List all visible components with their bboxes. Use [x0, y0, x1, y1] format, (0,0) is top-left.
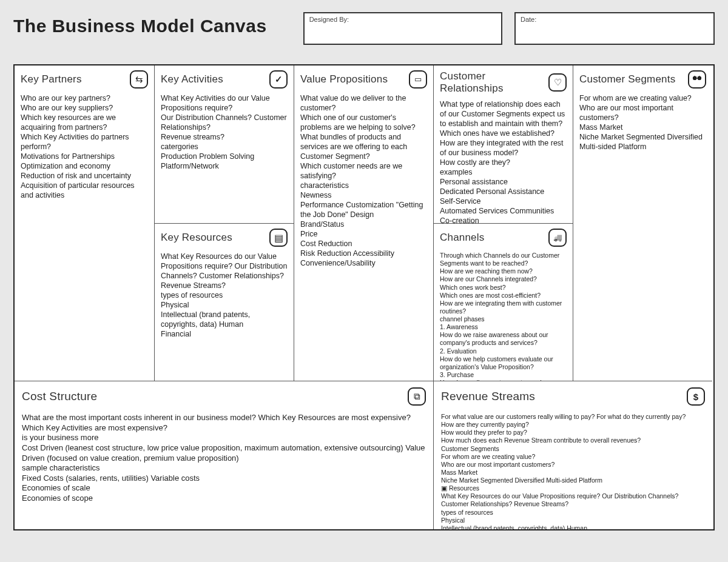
section-revenue-streams: Revenue Streams For what value are our c…: [433, 381, 712, 529]
section-key-resources: Key Resources What Key Resources do our …: [154, 223, 294, 381]
section-title: Key Resources: [161, 232, 232, 244]
section-title: Key Partners: [21, 73, 82, 85]
people-icon: [688, 70, 706, 89]
section-customer-relationships: Customer Relationships What type of rela…: [433, 65, 573, 223]
section-body: What are the most important costs inhere…: [15, 409, 433, 529]
section-channels: Channels Through which Channels do our C…: [433, 223, 573, 381]
date-label: Date:: [521, 16, 536, 23]
section-value-propositions: Value Propositions What value do we deli…: [294, 65, 433, 381]
canvas-grid: Key Partners Who are our key partners?Wh…: [13, 64, 715, 530]
designed-by-label: Designed By:: [309, 16, 349, 23]
tag-icon: [408, 387, 426, 406]
section-cost-structure: Cost Structure What are the most importa…: [15, 381, 433, 529]
section-body: What value do we deliver to the customer…: [294, 91, 433, 381]
section-body: For what value are our customers really …: [434, 409, 712, 529]
heart-icon: [548, 73, 567, 92]
section-key-activities: Key Activities What Key Activities do ou…: [154, 65, 294, 223]
section-title: Key Activities: [161, 73, 223, 85]
section-title: Channels: [440, 232, 484, 244]
section-title: Value Propositions: [300, 73, 388, 85]
check-icon: [269, 70, 288, 89]
card-icon: [269, 229, 288, 247]
page-title: The Business Model Canvas: [13, 12, 267, 36]
section-body: What Key Activities do our Value Proposi…: [155, 91, 294, 223]
date-field[interactable]: Date:: [514, 12, 715, 45]
section-title: Cost Structure: [22, 390, 97, 403]
section-body: For whom are we creating value?Who are o…: [573, 91, 712, 381]
section-title: Revenue Streams: [441, 390, 535, 403]
link-icon: [130, 70, 148, 89]
section-customer-segments: Customer Segments For whom are we creati…: [573, 65, 712, 381]
dollar-icon: [687, 387, 705, 406]
section-title: Customer Segments: [579, 73, 675, 85]
truck-icon: [548, 229, 567, 247]
section-body: What type of relationship does each of o…: [434, 97, 573, 223]
section-body: What Key Resources do our Value Proposit…: [155, 249, 294, 381]
header: The Business Model Canvas Designed By: D…: [13, 12, 715, 45]
section-title: Customer Relationships: [440, 70, 548, 95]
page: The Business Model Canvas Designed By: D…: [0, 0, 728, 530]
designed-by-field[interactable]: Designed By:: [303, 12, 502, 45]
section-body: Through which Channels do our Customer S…: [434, 249, 573, 381]
section-body: Who are our key partners?Who are our key…: [15, 91, 154, 381]
section-key-partners: Key Partners Who are our key partners?Wh…: [15, 65, 154, 381]
gift-icon: [409, 70, 427, 89]
